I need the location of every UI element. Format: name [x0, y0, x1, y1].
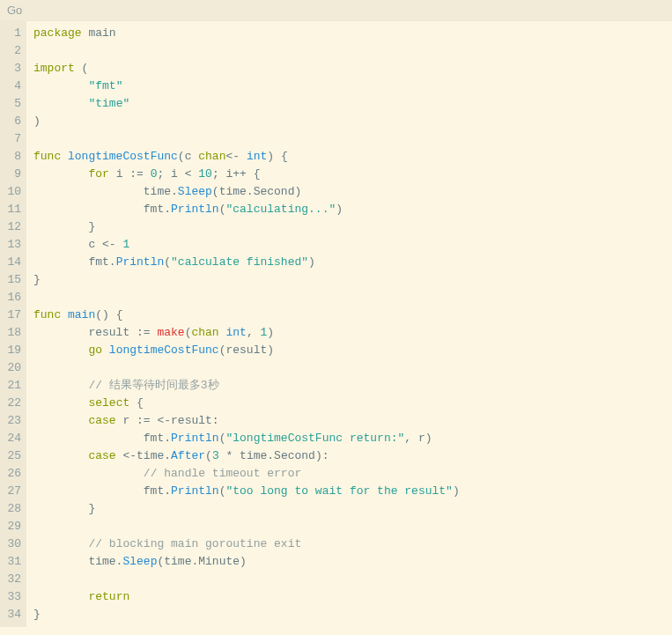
code-line: // 结果等待时间最多3秒 [33, 377, 460, 395]
token-punct: ( [205, 449, 212, 462]
token-ident: fmt. [33, 255, 116, 269]
code-line: fmt.Println("calculate finished") [33, 254, 460, 271]
token-comment: // handle timeout error [144, 467, 301, 480]
line-number: 16 [4, 289, 21, 306]
line-number: 9 [4, 166, 21, 183]
token-string: "longtimeCostFunc return:" [225, 432, 404, 445]
code-line: // blocking main goroutine exit [33, 535, 460, 553]
token-punct: ( [164, 255, 171, 269]
line-number: 2 [4, 42, 21, 60]
token-punct: ) [336, 203, 343, 216]
code-line: for i := 0; i < 10; i++ { [33, 166, 460, 183]
token-keyword: case [88, 414, 122, 427]
line-number: 1 [4, 25, 21, 42]
token-keyword: select [88, 396, 137, 410]
token-punct: ) { [267, 150, 287, 163]
line-number: 13 [4, 236, 21, 254]
token-string: "too long to wait for the result" [225, 484, 452, 498]
token-keyword: func [33, 308, 68, 321]
line-number: 14 [4, 254, 21, 271]
token-ident [33, 449, 88, 462]
line-number-gutter: 1234567891011121314151617181920212223242… [0, 21, 26, 627]
token-ident: c [33, 238, 102, 251]
token-ident: fmt. [33, 484, 171, 498]
token-ident [33, 167, 88, 181]
token-punct: } [33, 608, 41, 621]
line-number: 4 [4, 78, 21, 95]
line-number: 22 [4, 395, 21, 412]
line-number: 24 [4, 430, 21, 447]
token-ident [33, 537, 88, 550]
code-line: time.Sleep(time.Second) [33, 183, 460, 201]
token-op: <- [122, 449, 137, 462]
token-func: After [171, 449, 205, 462]
code-line [33, 289, 460, 306]
line-number: 7 [4, 130, 21, 148]
code-line [33, 42, 460, 60]
line-number: 11 [4, 201, 21, 218]
code-line: c <- 1 [33, 236, 460, 254]
language-label: Go [7, 4, 22, 17]
line-number: 26 [4, 465, 21, 483]
token-punct: ) [267, 326, 274, 339]
token-punct: ) [308, 255, 315, 269]
line-number: 8 [4, 148, 21, 166]
token-keyword: chan [198, 150, 225, 163]
token-punct: } [33, 502, 95, 515]
code-line: time.Sleep(time.Minute) [33, 553, 460, 571]
token-number: 1 [122, 238, 129, 251]
code-line: case r := <-result: [33, 412, 460, 430]
line-number: 30 [4, 535, 21, 553]
token-number: 10 [198, 167, 212, 181]
line-number: 33 [4, 588, 21, 606]
token-keyword: go [88, 343, 108, 357]
line-number: 34 [4, 606, 21, 624]
token-ident [33, 379, 88, 392]
token-keyword: import [33, 62, 82, 75]
code-line [33, 130, 460, 148]
token-punct: ) [453, 484, 460, 498]
token-ident: (result) [219, 343, 274, 357]
token-ident: result [33, 326, 137, 339]
code-line: // handle timeout error [33, 465, 460, 483]
code-content[interactable]: package mainimport ( "fmt" "time")func l… [26, 21, 467, 627]
code-line: func main() { [33, 306, 460, 324]
token-ident: main [88, 26, 115, 40]
token-op: <- [102, 238, 122, 251]
code-line: case <-time.After(3 * time.Second): [33, 447, 460, 465]
token-punct: { [137, 396, 144, 410]
token-op: < [185, 167, 199, 181]
code-line: return [33, 588, 460, 606]
token-ident: time.Second): [240, 449, 329, 462]
token-ident: (time.Second) [212, 185, 301, 198]
code-line: package main [33, 25, 460, 42]
line-number: 28 [4, 500, 21, 518]
line-number: 25 [4, 447, 21, 465]
token-punct: ; [157, 167, 171, 181]
token-keyword: chan [191, 326, 225, 339]
token-string: "calculate finished" [171, 255, 308, 269]
token-func: Println [171, 203, 219, 216]
token-comment: // blocking main goroutine exit [88, 537, 301, 550]
line-number: 31 [4, 553, 21, 571]
code-line: } [33, 500, 460, 518]
code-line: "fmt" [33, 78, 460, 95]
code-line [33, 359, 460, 377]
line-number: 12 [4, 218, 21, 236]
token-op: <- [225, 150, 246, 163]
code-line: func longtimeCostFunc(c chan<- int) { [33, 148, 460, 166]
token-op: := <- [137, 414, 171, 427]
token-func: Println [171, 484, 219, 498]
token-string: "fmt" [88, 79, 122, 92]
token-ident [33, 590, 88, 603]
token-op: := [137, 326, 157, 339]
token-punct: } [33, 273, 41, 286]
line-number: 21 [4, 377, 21, 395]
code-line: fmt.Println("too long to wait for the re… [33, 483, 460, 500]
token-type: int [225, 326, 246, 339]
token-func: Println [171, 432, 219, 445]
line-number: 32 [4, 571, 21, 588]
token-type: int [247, 150, 267, 163]
code-line: result := make(chan int, 1) [33, 324, 460, 342]
code-line: import ( [33, 60, 460, 78]
